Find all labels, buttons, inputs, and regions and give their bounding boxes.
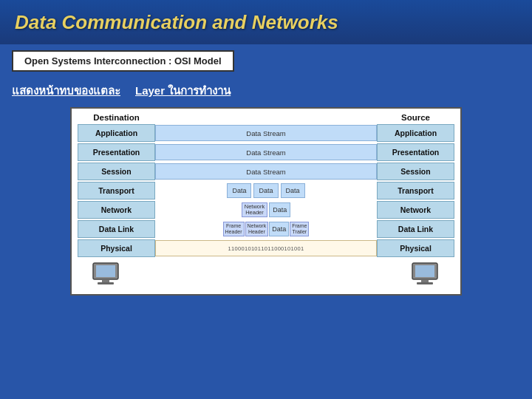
table-row: Physical 11000101011011000101001 Physica…: [78, 239, 454, 257]
svg-rect-2: [102, 279, 109, 282]
transport-data-1: Data: [227, 183, 251, 198]
osi-table: Destination Source Application Data Stre…: [70, 107, 462, 296]
mid-physical: 11000101011011000101001: [155, 239, 377, 257]
header: Data Communication and Networks: [0, 0, 532, 44]
mid-datalink: Frame Header Network Header Data Frame T…: [155, 220, 377, 238]
computers-row: [78, 259, 454, 290]
page-title: Data Communication and Networks: [15, 11, 338, 34]
dest-presentation: Presentation: [78, 143, 155, 161]
svg-rect-1: [96, 265, 115, 277]
transport-data-3: Data: [281, 183, 305, 198]
physical-bits: 11000101011011000101001: [155, 240, 377, 256]
frame-header-box: Frame Header: [223, 222, 245, 236]
transport-data-2: Data: [253, 183, 278, 198]
mid-application: Data Stream: [155, 124, 377, 142]
dest-physical: Physical: [78, 239, 155, 257]
table-row: Presentation Data Stream Presentation: [78, 143, 454, 161]
dest-session: Session: [78, 163, 155, 180]
subtitle-thai: แสดงหน้าทบของแตละ: [12, 82, 120, 100]
network-data-box: Data: [269, 202, 290, 217]
table-row: Session Data Stream Session: [78, 163, 454, 180]
dest-datalink: Data Link: [78, 220, 155, 238]
datalink-data-box: Data: [269, 222, 289, 236]
diagram-header-row: Destination Source: [78, 113, 454, 122]
computer-right-icon: [408, 262, 443, 290]
src-header-label: Source: [377, 113, 454, 122]
computer-left-icon: [89, 262, 124, 290]
src-presentation: Presentation: [377, 143, 454, 161]
mid-session: Data Stream: [155, 163, 377, 180]
dest-transport: Transport: [78, 182, 155, 200]
svg-rect-7: [417, 282, 433, 284]
datastream-presentation: Data Stream: [155, 144, 377, 160]
mid-network: Network Header Data: [155, 201, 377, 219]
datastream-session: Data Stream: [155, 163, 377, 180]
network-header-box: Network Header: [242, 202, 268, 217]
svg-rect-3: [98, 282, 114, 284]
src-physical: Physical: [377, 239, 454, 257]
table-row: Data Link Frame Header Network Header: [78, 220, 454, 238]
network-data-boxes: Network Header Data: [155, 202, 377, 218]
src-network: Network: [377, 201, 454, 219]
dest-network: Network: [78, 201, 155, 219]
svg-rect-5: [415, 265, 434, 277]
src-application: Application: [377, 124, 454, 142]
datastream-application: Data Stream: [155, 125, 377, 141]
table-row: Network Network Header Data Network: [78, 201, 454, 219]
network-header-sub: Header: [245, 210, 264, 216]
dest-header-label: Destination: [78, 113, 155, 122]
table-row: Application Data Stream Application: [78, 124, 454, 142]
transport-data-boxes: Data Data Data: [155, 183, 377, 199]
table-row: Transport Data Data Data Transport: [78, 182, 454, 200]
svg-rect-6: [421, 279, 429, 282]
body-section: Open Systems Interconnection : OSI Model…: [0, 44, 532, 399]
dest-application: Application: [78, 124, 155, 142]
subtitle-row: แสดงหน้าทบของแตละ Layer ในการทำงาน: [12, 82, 520, 100]
osi-label: Open Systems Interconnection : OSI Model: [12, 50, 234, 72]
osi-diagram: Destination Source Application Data Stre…: [12, 107, 520, 296]
frame-trailer-box: Frame Trailer: [290, 222, 309, 236]
middle-spacer: [155, 113, 377, 122]
mid-presentation: Data Stream: [155, 143, 377, 161]
mid-transport: Data Data Data: [155, 182, 377, 200]
network-header-box2: Network Header: [245, 222, 269, 236]
datalink-boxes: Frame Header Network Header Data Frame T…: [155, 221, 377, 237]
src-transport: Transport: [377, 182, 454, 200]
src-datalink: Data Link: [377, 220, 454, 238]
subtitle-layer: Layer ในการทำงาน: [135, 82, 231, 100]
src-session: Session: [377, 163, 454, 180]
